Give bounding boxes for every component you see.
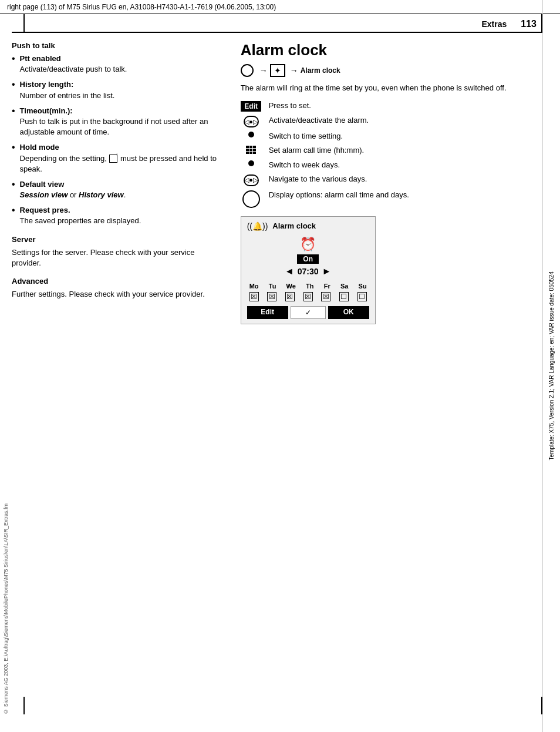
- circle-arrows-icon-cell: ◁●▷: [241, 116, 262, 127]
- phone-ui-days-section: Mo Tu We Th Fr Sa Su ☒ ☒ ☒ ☒ ☒ ☐: [247, 283, 369, 319]
- left-sidebar-text: © Siemens AG 2003, E:\Auftrag\Siemens\Mo…: [3, 503, 9, 714]
- phone-ui-header: ((🔔)) Alarm clock: [247, 221, 369, 231]
- two-column-layout: Push to talk • Ptt enabled Activate/deac…: [12, 41, 542, 732]
- item-text: Number of entries in the list.: [20, 91, 115, 100]
- cb-mo: ☒: [249, 292, 259, 301]
- dot2-icon: [248, 160, 254, 166]
- dot2-icon-cell: [241, 160, 262, 166]
- action-text-weekday-switch: Switch to week days.: [269, 160, 340, 170]
- big-circle-icon-cell: [241, 190, 262, 208]
- page-header: Extras 113: [12, 14, 542, 33]
- action-row-time-switch: Switch to time setting.: [241, 131, 542, 142]
- advanced-heading: Advanced: [12, 277, 223, 286]
- right-sidebar: Template: X75, Version 2.1; VAR Language…: [542, 0, 560, 732]
- circle-arrows2-icon: ◁●▷: [244, 174, 259, 186]
- bullet-icon: •: [12, 80, 15, 89]
- on-label: On: [297, 254, 319, 264]
- bullet-icon: •: [12, 106, 15, 116]
- push-to-talk-list: • Ptt enabled Activate/deactivate push t…: [12, 53, 223, 227]
- bullet-icon: •: [12, 180, 15, 189]
- action-row-navigate-days: ◁●▷ Navigate to the various days.: [241, 174, 542, 186]
- history-view-link: History view: [79, 190, 124, 199]
- cb-we: ☒: [285, 292, 295, 301]
- list-item: • Timeout(min.): Push to talk is put in …: [12, 106, 223, 138]
- phone-edit-button[interactable]: Edit: [247, 306, 288, 319]
- edit-button-icon: Edit: [241, 101, 261, 112]
- circle-arrows-icon: ◁●▷: [244, 116, 259, 127]
- phone-check-button[interactable]: ✓: [291, 306, 326, 319]
- item-label: Hold mode: [20, 143, 59, 152]
- action-text-display: Display options: alarm call time and day…: [269, 190, 409, 200]
- day-sa: Sa: [340, 283, 348, 290]
- server-heading: Server: [12, 235, 223, 244]
- main-content: Extras 113 Push to talk • Ptt enabled Ac…: [12, 14, 542, 732]
- list-item: • Ptt enabled Activate/deactivate push t…: [12, 53, 223, 75]
- push-to-talk-heading: Push to talk: [12, 41, 223, 50]
- cb-su: ☐: [357, 292, 367, 301]
- left-column: Push to talk • Ptt enabled Activate/deac…: [12, 41, 235, 732]
- phone-ui-body: ⏰ On ◄ 07:30 ►: [247, 237, 369, 277]
- nav-star-icon: ✦: [270, 64, 285, 77]
- list-item: • Request pres. The saved properties are…: [12, 205, 223, 226]
- checkboxes-row: ☒ ☒ ☒ ☒ ☒ ☐ ☐: [247, 292, 369, 301]
- list-item: • History length: Number of entries in t…: [12, 79, 223, 100]
- cb-sa: ☐: [339, 292, 349, 301]
- bullet-icon: •: [12, 54, 15, 63]
- right-column: Alarm clock → ✦ → Alarm clock The alarm …: [235, 41, 542, 732]
- action-row-set-time: Set alarm call time (hh:mm).: [241, 145, 542, 156]
- item-label: Ptt enabled: [20, 54, 61, 63]
- day-fr: Fr: [324, 283, 330, 290]
- cb-tu: ☒: [267, 292, 276, 301]
- item-label: Request pres.: [20, 206, 70, 214]
- day-we: We: [286, 283, 296, 290]
- nav-label: Alarm clock: [301, 66, 340, 75]
- nav-arrow-2: →: [290, 66, 298, 75]
- alarm-description: The alarm will ring at the time set by y…: [241, 83, 542, 93]
- server-text: Settings for the server. Please check wi…: [12, 247, 223, 268]
- item-label: History length:: [20, 80, 74, 89]
- time-arrow-right: ►: [322, 266, 332, 277]
- action-text-edit: Press to set.: [269, 100, 311, 111]
- day-th: Th: [306, 283, 313, 290]
- time-arrow-left: ◄: [285, 266, 294, 277]
- phone-ui-mockup: ((🔔)) Alarm clock ⏰ On ◄ 07:30 ► Mo Tu: [241, 216, 376, 324]
- alarm-clock-title: Alarm clock: [241, 41, 542, 59]
- list-item: • Hold mode Depending on the setting, mu…: [12, 142, 223, 174]
- right-sidebar-text: Template: X75, Version 2.1; VAR Language…: [548, 271, 555, 461]
- nav-path: → ✦ → Alarm clock: [241, 64, 542, 77]
- dot-icon-cell: [241, 132, 262, 137]
- days-header-row: Mo Tu We Th Fr Sa Su: [247, 283, 369, 290]
- action-rows: Edit Press to set. ◁●▷ Activate/deactiva…: [241, 100, 542, 208]
- grid-icon-cell: [241, 146, 262, 154]
- advanced-text: Further settings. Please check with your…: [12, 289, 223, 300]
- day-mo: Mo: [249, 283, 259, 290]
- item-text: The saved properties are displayed.: [20, 216, 141, 225]
- big-circle-icon: [242, 190, 260, 208]
- action-row-activate: ◁●▷ Activate/deactivate the alarm.: [241, 115, 542, 127]
- page-section-label: Extras: [481, 19, 507, 29]
- circle-arrows2-icon-cell: ◁●▷: [241, 174, 262, 186]
- phone-ok-button[interactable]: OK: [328, 306, 369, 319]
- time-value: 07:30: [298, 267, 319, 276]
- cb-fr: ☒: [321, 292, 330, 301]
- bell-icon: ((🔔)): [247, 221, 268, 231]
- bullet-icon: •: [12, 206, 15, 215]
- item-text: Push to talk is put in the background if…: [20, 117, 208, 136]
- day-tu: Tu: [269, 283, 276, 290]
- cb-th: ☒: [303, 292, 313, 301]
- list-item: • Default view Session view or History v…: [12, 179, 223, 200]
- alarm-clock-icon: ⏰: [300, 237, 316, 252]
- action-text-navigate-days: Navigate to the various days.: [269, 174, 367, 184]
- session-view-link: Session view: [20, 190, 68, 199]
- keypad-icon: [246, 146, 256, 154]
- action-text-set-time: Set alarm call time (hh:mm).: [269, 145, 365, 156]
- time-row: ◄ 07:30 ►: [285, 266, 332, 277]
- nav-circle-icon: [241, 64, 254, 77]
- action-text-time-switch: Switch to time setting.: [269, 131, 343, 142]
- dot-icon: [248, 132, 254, 137]
- action-row-weekday-switch: Switch to week days.: [241, 160, 542, 170]
- hold-mode-icon: [109, 155, 117, 163]
- edit-icon-cell: Edit: [241, 101, 262, 112]
- item-label: Timeout(min.):: [20, 106, 73, 115]
- header-text: right page (113) of M75 Sirius FUG en, A…: [7, 3, 276, 11]
